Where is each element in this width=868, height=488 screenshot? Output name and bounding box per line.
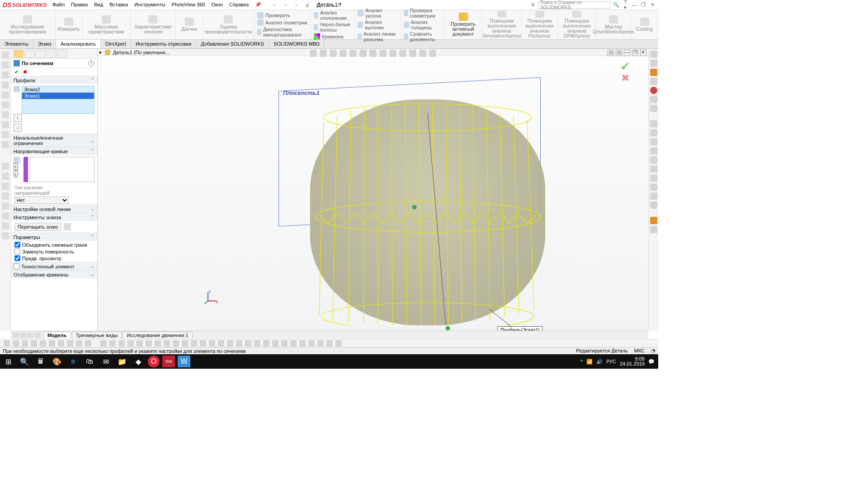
- profile-item[interactable]: Эскиз2: [22, 86, 94, 93]
- ribbon-sensor[interactable]: Датчик: [176, 10, 203, 39]
- sketch-tool-icon[interactable]: [218, 340, 224, 347]
- left-tool-icon[interactable]: [2, 173, 9, 180]
- pm-cancel-button[interactable]: ✖: [23, 69, 27, 75]
- sketch-tool-icon[interactable]: [4, 340, 10, 347]
- ribbon-zebra[interactable]: Черно-белые полосы: [314, 22, 352, 33]
- ribbon-measure[interactable]: Измерить: [56, 10, 83, 39]
- tray-lang[interactable]: РУС: [606, 359, 616, 364]
- sketch-tool-icon[interactable]: [272, 340, 278, 347]
- right-tool-icon[interactable]: [650, 183, 657, 191]
- ribbon-undercut[interactable]: Анализ выточек: [358, 19, 398, 30]
- sketch-tool-icon[interactable]: [127, 340, 134, 347]
- sketch-tool-icon[interactable]: [335, 340, 342, 347]
- vp-btn[interactable]: ✕: [640, 50, 646, 56]
- start-button[interactable]: ⊞: [0, 354, 16, 369]
- menu-tools[interactable]: Инструменты: [134, 2, 165, 8]
- left-tool-icon[interactable]: [2, 141, 9, 148]
- tab-addins[interactable]: Добавления SOLIDWORKS: [196, 40, 269, 48]
- view-tool-icon[interactable]: [310, 50, 317, 57]
- taskbar-paint-icon[interactable]: 🎨: [49, 354, 65, 369]
- ribbon-geometry-analysis[interactable]: Анализ геометрии: [257, 19, 308, 26]
- pm-ok-button[interactable]: ✔: [14, 69, 19, 75]
- tab-3dviews[interactable]: Трехмерные виды: [72, 332, 122, 338]
- ribbon-driveworks[interactable]: Мастер DriveWorksXpress: [596, 10, 631, 39]
- sketch-tool-icon[interactable]: [13, 340, 19, 347]
- vp-btn[interactable]: ❐: [632, 50, 638, 56]
- left-tool-icon[interactable]: [2, 131, 9, 138]
- right-tool-icon[interactable]: [650, 51, 657, 58]
- loft-handle-mid[interactable]: [412, 205, 416, 209]
- view-tool-icon[interactable]: [369, 50, 377, 57]
- view-tool-icon[interactable]: [399, 50, 406, 57]
- left-tool-icon[interactable]: [2, 81, 9, 89]
- taskbar-mail-icon[interactable]: ✉: [98, 354, 114, 369]
- sketch-tool-icon[interactable]: [67, 340, 73, 347]
- ribbon-compare[interactable]: Сравнить документы: [404, 31, 441, 42]
- sketch-tool-icon[interactable]: [137, 340, 143, 347]
- taskbar-app-icon[interactable]: W: [178, 356, 190, 367]
- ribbon-deviation[interactable]: Анализ отклонения: [314, 10, 352, 21]
- view-tool-icon[interactable]: [359, 50, 367, 57]
- right-tool-icon[interactable]: [650, 147, 657, 155]
- section-guides-head[interactable]: Направляющие кривые ⌃: [11, 147, 97, 155]
- help-search-input[interactable]: Поиск в Справке по SOLIDWORKS: [538, 1, 610, 9]
- right-tool-icon[interactable]: [650, 138, 657, 145]
- tray-clock[interactable]: 9:09 24.01.2019: [620, 357, 645, 366]
- guide-down-button[interactable]: ↓: [14, 170, 18, 178]
- sketch-tool-icon[interactable]: [209, 340, 215, 347]
- left-tool-icon[interactable]: [2, 212, 9, 220]
- axis-triad-icon[interactable]: z x: [204, 290, 219, 305]
- pm-tab-icon[interactable]: [46, 50, 56, 58]
- sketch-tool-icon[interactable]: [118, 340, 125, 347]
- left-tool-icon[interactable]: [2, 232, 9, 239]
- loft-handle-bottom[interactable]: [446, 326, 450, 330]
- section-centerline-head[interactable]: Настройки осевой линии ⌄: [11, 205, 97, 213]
- opt-close-checkbox[interactable]: [14, 249, 20, 254]
- left-tool-icon[interactable]: [2, 91, 9, 99]
- view-tool-icon[interactable]: [409, 50, 416, 57]
- section-thin-head[interactable]: Тонкостенный элемент ⌄: [11, 262, 97, 270]
- tab-model[interactable]: Модель: [43, 332, 71, 338]
- right-tool-icon[interactable]: [650, 78, 657, 85]
- right-tool-icon[interactable]: [650, 105, 657, 112]
- ribbon-check-active-doc[interactable]: Проверить активный документ: [445, 10, 482, 39]
- pin-icon[interactable]: 📌: [255, 2, 261, 8]
- left-tool-icon[interactable]: [2, 192, 9, 200]
- left-tool-icon[interactable]: [2, 202, 9, 210]
- tree-expand-icon[interactable]: ▸: [99, 49, 102, 55]
- left-tool-icon[interactable]: [2, 101, 9, 108]
- thin-checkbox[interactable]: [14, 263, 19, 269]
- right-tool-icon[interactable]: [650, 217, 657, 224]
- search-go-icon[interactable]: 🔍: [613, 2, 619, 8]
- opt-preview-checkbox[interactable]: [14, 255, 20, 261]
- ribbon-parting[interactable]: Анализ линии разъема: [358, 31, 398, 42]
- ribbon-perf-eval[interactable]: Оценка производительности: [203, 10, 255, 39]
- sketch-tool-icon[interactable]: [100, 340, 107, 347]
- section-profiles-head[interactable]: Профили ⌃: [11, 76, 97, 84]
- right-tool-icon[interactable]: [650, 60, 657, 67]
- guide-selector-icon[interactable]: [14, 157, 20, 163]
- view-tool-icon[interactable]: [389, 50, 396, 57]
- help-dropdown-icon[interactable]: ? ▾: [622, 0, 628, 10]
- ribbon-floxpress[interactable]: Помощник выполнения анализа FloXpress: [522, 10, 558, 39]
- left-tool-icon[interactable]: [2, 61, 9, 69]
- sketch-tool-icon[interactable]: [326, 340, 333, 347]
- sketch-tool-icon[interactable]: [58, 340, 64, 347]
- sketch-tool-icon[interactable]: [109, 340, 116, 347]
- pm-tab-icon[interactable]: [24, 50, 34, 58]
- taskbar-search-icon[interactable]: 🔍: [16, 354, 33, 369]
- sketch-tool-icon[interactable]: [191, 340, 197, 347]
- ribbon-curvature[interactable]: Кривизна: [314, 33, 352, 40]
- left-tool-icon[interactable]: [2, 71, 9, 79]
- cancel-feature-icon[interactable]: ✖: [621, 72, 629, 84]
- ribbon-mass-props[interactable]: Массовые характеристики: [83, 10, 131, 39]
- minimize-button[interactable]: —: [631, 2, 637, 8]
- menu-file[interactable]: Файл: [52, 2, 65, 8]
- sketch-tool-icon[interactable]: [299, 340, 306, 347]
- drag-sketch-icon[interactable]: [64, 223, 71, 230]
- pm-tab-feature-icon[interactable]: [14, 50, 24, 58]
- drag-sketch-button[interactable]: Перетащить эскиз: [14, 223, 61, 231]
- opt-preview[interactable]: Предв. просмотр: [14, 255, 94, 261]
- section-curvature-head[interactable]: Отображение кривизны ⌄: [11, 270, 97, 278]
- tree-doc-name[interactable]: Деталь1 (По умолчани...: [113, 50, 170, 55]
